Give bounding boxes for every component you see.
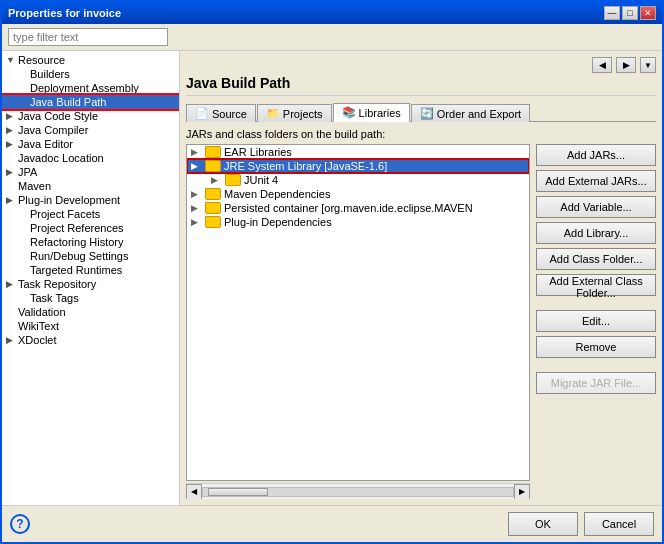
add-external-class-folder-button[interactable]: Add External Class Folder... (536, 274, 656, 296)
help-button[interactable]: ? (10, 514, 30, 534)
sidebar-item-refactoring-history[interactable]: Refactoring History (2, 235, 179, 249)
sidebar-item-java-editor[interactable]: ▶ Java Editor (2, 137, 179, 151)
projects-icon: 📁 (266, 107, 280, 120)
expand-icon: ▶ (211, 175, 225, 185)
tab-projects-label: Projects (283, 108, 323, 120)
sidebar-item-label: Java Build Path (30, 96, 175, 108)
sidebar-item-label: Task Repository (18, 278, 175, 290)
expand-icon: ▶ (191, 147, 205, 157)
sidebar-item-maven[interactable]: Maven (2, 179, 179, 193)
sidebar-item-label: Javadoc Location (18, 152, 175, 164)
lib-item-label: EAR Libraries (224, 146, 292, 158)
order-export-icon: 🔄 (420, 107, 434, 120)
tab-libraries[interactable]: 📚 Libraries (333, 103, 410, 122)
sidebar-item-label: Builders (30, 68, 175, 80)
nav-forward-button[interactable]: ▶ (616, 57, 636, 73)
lib-item-label: JRE System Library [JavaSE-1.6] (224, 160, 387, 172)
edit-button[interactable]: Edit... (536, 310, 656, 332)
scroll-right-button[interactable]: ▶ (514, 484, 530, 500)
folder-icon (205, 160, 221, 172)
lib-item-maven-deps[interactable]: ▶ Maven Dependencies (187, 187, 529, 201)
lib-item-persisted-container[interactable]: ▶ Persisted container [org.maven.ide.ecl… (187, 201, 529, 215)
maximize-button[interactable]: □ (622, 6, 638, 20)
sidebar-item-wikitext[interactable]: WikiText (2, 319, 179, 333)
description-text: JARs and class folders on the build path… (186, 128, 656, 140)
sidebar-item-resource[interactable]: ▼ Resource (2, 53, 179, 67)
tab-order-export[interactable]: 🔄 Order and Export (411, 104, 530, 122)
sidebar-item-java-build-path[interactable]: Java Build Path (2, 95, 179, 109)
sidebar-item-javadoc-location[interactable]: Javadoc Location (2, 151, 179, 165)
ok-button[interactable]: OK (508, 512, 578, 536)
panel-title: Java Build Path (186, 75, 656, 96)
lib-item-label: Persisted container [org.maven.ide.eclip… (224, 202, 473, 214)
folder-icon (205, 202, 221, 214)
sidebar-item-label: Validation (18, 306, 175, 318)
sidebar-item-label: JPA (18, 166, 175, 178)
scroll-thumb (208, 488, 268, 496)
sidebar-item-run-debug-settings[interactable]: Run/Debug Settings (2, 249, 179, 263)
title-bar: Properties for invoice — □ ✕ (2, 2, 662, 24)
sidebar-item-xdoclet[interactable]: ▶ XDoclet (2, 333, 179, 347)
sidebar-item-label: Java Editor (18, 138, 175, 150)
add-external-jars-button[interactable]: Add External JARs... (536, 170, 656, 192)
folder-icon (205, 146, 221, 158)
add-class-folder-button[interactable]: Add Class Folder... (536, 248, 656, 270)
scroll-left-button[interactable]: ◀ (186, 484, 202, 500)
expand-icon: ▶ (6, 279, 18, 289)
lib-item-jre-system[interactable]: ▶ JRE System Library [JavaSE-1.6] (187, 159, 529, 173)
lib-item-label: Plug-in Dependencies (224, 216, 332, 228)
scroll-track[interactable] (202, 487, 514, 497)
sidebar-item-jpa[interactable]: ▶ JPA (2, 165, 179, 179)
sidebar-item-label: Project Facets (30, 208, 175, 220)
sidebar-item-label: Resource (18, 54, 175, 66)
tab-projects[interactable]: 📁 Projects (257, 104, 332, 122)
sidebar-item-plugin-development[interactable]: ▶ Plug-in Development (2, 193, 179, 207)
filter-input[interactable] (8, 28, 168, 46)
sidebar-item-validation[interactable]: Validation (2, 305, 179, 319)
expand-icon: ▶ (6, 335, 18, 345)
sidebar-item-builders[interactable]: Builders (2, 67, 179, 81)
sidebar-item-label: Refactoring History (30, 236, 175, 248)
lib-item-ear-libraries[interactable]: ▶ EAR Libraries (187, 145, 529, 159)
body-split: ▼ Resource Builders Deployment Assembly … (2, 51, 662, 505)
sidebar-item-project-facets[interactable]: Project Facets (2, 207, 179, 221)
sidebar-item-deployment-assembly[interactable]: Deployment Assembly (2, 81, 179, 95)
sidebar-item-project-references[interactable]: Project References (2, 221, 179, 235)
folder-icon (205, 188, 221, 200)
sidebar-item-label: Run/Debug Settings (30, 250, 175, 262)
lib-item-plugin-deps[interactable]: ▶ Plug-in Dependencies (187, 215, 529, 229)
folder-icon (205, 216, 221, 228)
sidebar-item-task-tags[interactable]: Task Tags (2, 291, 179, 305)
library-list: ▶ EAR Libraries ▶ JRE System Library [Ja… (186, 144, 530, 481)
source-icon: 📄 (195, 107, 209, 120)
cancel-button[interactable]: Cancel (584, 512, 654, 536)
horizontal-scrollbar[interactable]: ◀ ▶ (186, 483, 530, 499)
expand-icon: ▶ (191, 217, 205, 227)
minimize-button[interactable]: — (604, 6, 620, 20)
add-variable-button[interactable]: Add Variable... (536, 196, 656, 218)
lib-item-label: Maven Dependencies (224, 188, 330, 200)
sidebar-item-targeted-runtimes[interactable]: Targeted Runtimes (2, 263, 179, 277)
add-library-button[interactable]: Add Library... (536, 222, 656, 244)
remove-button[interactable]: Remove (536, 336, 656, 358)
expand-icon: ▼ (6, 55, 18, 65)
nav-dropdown-button[interactable]: ▼ (640, 57, 656, 73)
window-title: Properties for invoice (8, 7, 121, 19)
sidebar-item-java-compiler[interactable]: ▶ Java Compiler (2, 123, 179, 137)
add-jars-button[interactable]: Add JARs... (536, 144, 656, 166)
sidebar-item-label: Plug-in Development (18, 194, 175, 206)
migrate-jar-button[interactable]: Migrate JAR File... (536, 372, 656, 394)
lib-list-container: ▶ EAR Libraries ▶ JRE System Library [Ja… (186, 144, 656, 499)
sidebar-item-label: Task Tags (30, 292, 175, 304)
sidebar-item-java-code-style[interactable]: ▶ Java Code Style (2, 109, 179, 123)
tab-source-label: Source (212, 108, 247, 120)
properties-dialog: Properties for invoice — □ ✕ ▼ Resource (0, 0, 664, 544)
close-button[interactable]: ✕ (640, 6, 656, 20)
nav-back-button[interactable]: ◀ (592, 57, 612, 73)
tab-source[interactable]: 📄 Source (186, 104, 256, 122)
sidebar-item-task-repository[interactable]: ▶ Task Repository (2, 277, 179, 291)
lib-item-junit[interactable]: ▶ JUnit 4 (187, 173, 529, 187)
tabs: 📄 Source 📁 Projects 📚 Libraries 🔄 Order … (186, 102, 656, 122)
expand-icon: ▶ (191, 161, 205, 171)
sidebar: ▼ Resource Builders Deployment Assembly … (2, 51, 180, 505)
